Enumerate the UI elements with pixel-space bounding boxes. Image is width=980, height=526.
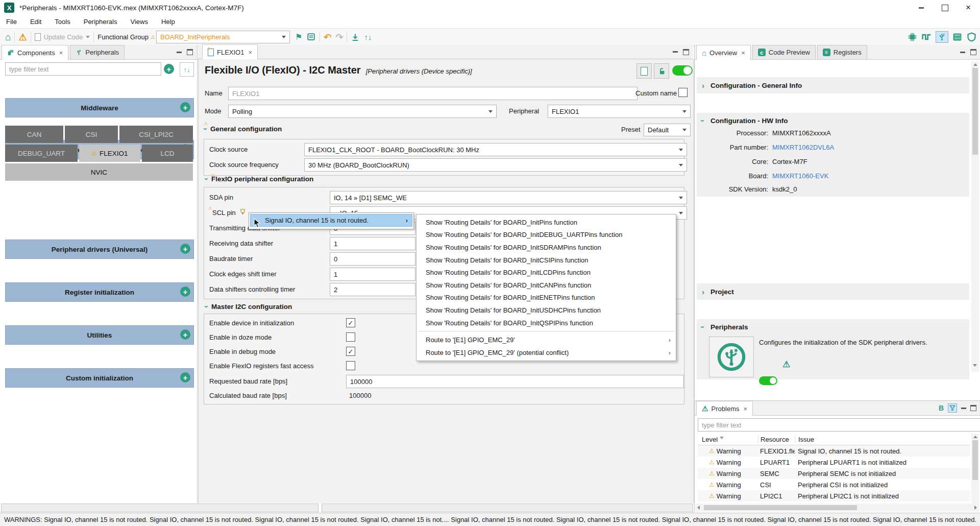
add-universal-button[interactable]: + (180, 244, 190, 254)
scroll-left-icon[interactable] (697, 506, 700, 510)
group-utilities[interactable]: Utilities + (5, 325, 194, 345)
menu-views[interactable]: Views (130, 18, 148, 26)
tab-peripherals[interactable]: Peripherals (70, 45, 125, 59)
component-nvic[interactable]: NVIC (5, 163, 193, 181)
close-icon[interactable]: × (743, 405, 747, 413)
menu-item-routing-qspi[interactable]: Show 'Routing Details' for BOARD_InitQSP… (416, 317, 676, 329)
filter-funnel-button[interactable] (948, 403, 957, 413)
menu-help[interactable]: Help (161, 18, 175, 26)
preset-select[interactable]: Default (644, 124, 691, 136)
routing-details-icon[interactable] (306, 32, 316, 42)
problem-row[interactable]: ⚠Warning CSI Peripheral CSI is not initi… (698, 479, 970, 490)
home-icon[interactable]: ⌂ (5, 32, 11, 43)
redo-icon[interactable]: ↷ (335, 32, 343, 43)
sort-icon[interactable]: ↑↓ (364, 33, 372, 41)
expand-icon[interactable]: › (702, 81, 704, 90)
close-icon[interactable]: × (248, 49, 252, 56)
group-middleware[interactable]: Middleware + (5, 98, 194, 117)
problems-horizontal-scrollbar[interactable] (695, 504, 979, 512)
column-level[interactable]: Level (698, 436, 758, 443)
close-icon[interactable]: × (741, 49, 745, 57)
tab-flexio1[interactable]: ⚠ FLEXIO1× (202, 44, 258, 59)
tab-code-preview[interactable]: c Code Preview (752, 45, 816, 59)
clock-source-select[interactable]: FLEXIO1_CLK_ROOT - BOARD_BootClockRUN: 3… (304, 143, 687, 156)
sda-pin-select[interactable]: IO, 14 » [D1] SEMC_WE (330, 191, 687, 204)
maximize-view-icon[interactable] (970, 49, 976, 55)
minimize-view-icon[interactable] (960, 52, 965, 53)
enable-doze-checkbox[interactable] (346, 332, 355, 342)
peripherals-tool-button[interactable] (936, 31, 948, 43)
part-number-link[interactable]: MIMXRT1062DVL6A (772, 144, 834, 151)
b-filter-icon[interactable]: B (939, 404, 944, 412)
window-close-button[interactable]: × (957, 0, 980, 15)
menu-item-routing-lcd[interactable]: Show 'Routing Details' for BOARD_InitLCD… (416, 266, 676, 279)
enable-fast-access-checkbox[interactable] (346, 361, 355, 370)
tab-overview[interactable]: ⌂ Overview× (696, 45, 751, 60)
menu-item-routing-sdram[interactable]: Show 'Routing Details' for BOARD_InitSDR… (416, 241, 676, 254)
menu-item-routing-initpins[interactable]: Show 'Routing Details' for BOARD_InitPin… (416, 216, 676, 229)
group-register-init[interactable]: Register initialization + (5, 282, 194, 302)
peripheral-enabled-toggle[interactable] (672, 65, 693, 76)
update-code-dropdown-icon[interactable] (86, 36, 90, 38)
name-input[interactable]: FLEXIO1 (228, 87, 638, 100)
collapse-icon[interactable]: › (203, 178, 211, 180)
device-configuration-tool-icon[interactable]: 10011010 (952, 32, 963, 42)
pins-tool-icon[interactable] (907, 32, 918, 42)
menu-item-routing-debuguart[interactable]: Show 'Routing Details' for BOARD_InitDEB… (416, 229, 676, 242)
menu-item-routing-usdhc[interactable]: Show 'Routing Details' for BOARD_InitUSD… (416, 304, 676, 317)
collapse-icon[interactable]: › (699, 119, 707, 122)
functional-group-select[interactable]: BOARD_InitPeripherals (156, 31, 290, 43)
group-custom-init[interactable]: Custom initialization + (5, 368, 194, 388)
component-flexio1[interactable]: ⚠ FLEXIO1 (79, 145, 140, 162)
menu-item-route-gpio-conflict[interactable]: Route to '[E1] GPIO_EMC_29' (potential c… (416, 346, 676, 359)
collapse-icon[interactable]: › (202, 128, 210, 130)
peripherals-tool-card[interactable] (709, 337, 754, 377)
component-lcd[interactable]: LCD (142, 145, 193, 162)
column-resource[interactable]: Resource (758, 436, 795, 443)
overview-scrollbar[interactable] (971, 61, 979, 372)
menu-peripherals[interactable]: Peripherals (84, 18, 117, 26)
close-icon[interactable]: × (59, 49, 63, 57)
menu-edit[interactable]: Edit (30, 18, 41, 26)
menu-item-route-gpio[interactable]: Route to '[E1] GPIO_EMC_29'› (416, 333, 676, 346)
enable-init-checkbox[interactable]: ✓ (346, 318, 355, 327)
clock-edges-input[interactable]: 1 (330, 268, 415, 281)
peripherals-enabled-toggle[interactable] (759, 376, 777, 385)
window-minimize-button[interactable] (910, 0, 933, 15)
requested-baud-input[interactable]: 100000 (346, 375, 684, 388)
custom-name-checkbox[interactable] (678, 88, 688, 97)
add-register-init-button[interactable]: + (180, 286, 190, 297)
lock-button[interactable] (654, 63, 669, 79)
warning-icon[interactable]: ⚠ (18, 32, 27, 43)
view-code-button[interactable] (636, 63, 652, 79)
problem-row[interactable]: ⚠Warning FLEXIO1.fle... Signal IO, chann… (698, 445, 970, 457)
clock-source-frequency-select[interactable]: 30 MHz (BOARD_BootClockRUN) (304, 158, 687, 172)
rx-shifter-input[interactable]: 1 (330, 237, 415, 250)
board-link[interactable]: MIMXRT1060-EVK (772, 172, 828, 180)
problems-vertical-scrollbar[interactable] (971, 434, 979, 511)
ctrl-timer-input[interactable]: 2 (330, 283, 415, 296)
menu-item-routing-can[interactable]: Show 'Routing Details' for BOARD_InitCAN… (416, 279, 676, 292)
update-code-button[interactable]: Update Code (35, 33, 90, 41)
clocks-tool-icon[interactable] (921, 32, 932, 42)
problem-row[interactable]: ⚠Warning SEMC Peripheral SEMC is not ini… (698, 468, 970, 479)
component-csi[interactable]: CSI (65, 126, 118, 143)
collapse-icon[interactable]: › (699, 326, 707, 328)
components-filter-input[interactable]: type filter text (5, 62, 161, 76)
add-utilities-button[interactable]: + (180, 329, 190, 340)
expand-icon[interactable]: › (702, 288, 704, 296)
component-can[interactable]: CAN (5, 126, 63, 143)
quickfix-lightbulb-icon[interactable] (239, 208, 247, 216)
minimize-view-icon[interactable] (961, 408, 966, 409)
maximize-view-icon[interactable] (970, 405, 976, 411)
undo-icon[interactable]: ↶ (324, 32, 331, 43)
maximize-view-icon[interactable] (187, 49, 193, 55)
mode-select[interactable]: Polling (228, 105, 497, 118)
menu-item-routing-csi[interactable]: Show 'Routing Details' for BOARD_InitCSI… (416, 254, 676, 267)
baudrate-timer-input[interactable]: 0 (330, 252, 415, 266)
scroll-right-icon[interactable] (974, 506, 977, 510)
collapse-icon[interactable]: › (203, 305, 211, 308)
component-debug-uart[interactable]: DEBUG_UART (5, 145, 78, 162)
maximize-view-icon[interactable] (683, 49, 689, 55)
add-custom-init-button[interactable]: + (180, 372, 190, 382)
